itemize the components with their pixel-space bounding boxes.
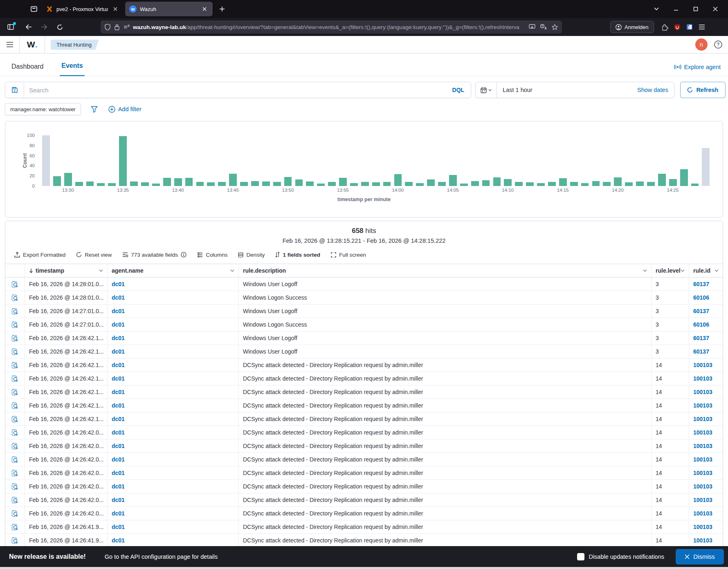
chart-bar[interactable]	[163, 178, 171, 186]
rule-id-link[interactable]: 60137	[689, 278, 723, 291]
chart-bar[interactable]	[548, 182, 556, 186]
agent-link[interactable]: dc01	[108, 385, 239, 399]
row-expand-icon[interactable]	[5, 453, 25, 466]
row-expand-icon[interactable]	[5, 493, 25, 506]
chart-bar[interactable]	[372, 182, 380, 186]
chart-bar[interactable]	[229, 174, 237, 186]
density-button[interactable]: Density	[238, 252, 265, 258]
chart-bar[interactable]	[592, 181, 600, 186]
chart-bar[interactable]	[53, 176, 61, 186]
chart-bar[interactable]	[119, 136, 127, 186]
rule-id-link[interactable]: 60106	[689, 291, 723, 304]
chart-bar[interactable]	[295, 179, 303, 186]
agent-link[interactable]: dc01	[108, 345, 239, 358]
chart-bar[interactable]	[438, 182, 446, 186]
header-timestamp[interactable]: timestamp	[25, 264, 108, 277]
rule-id-link[interactable]: 100103	[689, 466, 723, 479]
chart-bar[interactable]	[130, 181, 138, 186]
agent-link[interactable]: dc01	[108, 466, 239, 479]
agent-link[interactable]: dc01	[108, 332, 239, 345]
tab-close-icon[interactable]	[111, 5, 119, 13]
agent-link[interactable]: dc01	[108, 453, 239, 466]
chevron-down-icon[interactable]	[99, 269, 103, 272]
tab-events[interactable]: Events	[60, 62, 84, 76]
rule-id-link[interactable]: 100103	[689, 480, 723, 493]
chart-bar[interactable]	[108, 183, 116, 186]
chart-bar[interactable]	[196, 182, 204, 186]
chart-bar[interactable]	[493, 177, 501, 186]
row-expand-icon[interactable]	[5, 305, 25, 318]
filter-chip[interactable]: manager.name: watchtower	[5, 103, 81, 115]
refresh-button[interactable]: Refresh	[680, 82, 726, 98]
info-icon[interactable]	[181, 252, 186, 258]
rule-id-link[interactable]: 60137	[689, 332, 723, 345]
sidebar-toggle-icon[interactable]	[4, 20, 17, 34]
chart-bar[interactable]	[97, 183, 105, 186]
chart-bar[interactable]	[614, 177, 622, 186]
chart-bar[interactable]	[680, 169, 688, 186]
chart-bar[interactable]	[306, 181, 314, 186]
chart-bar[interactable]	[42, 135, 50, 186]
chart-bar[interactable]	[141, 182, 149, 186]
header-rule-id[interactable]: rule.id	[689, 264, 723, 277]
add-filter-button[interactable]: Add filter	[108, 106, 142, 113]
chart-bar[interactable]	[328, 182, 336, 186]
chart-bar[interactable]	[86, 181, 94, 186]
chart-bar[interactable]	[262, 181, 270, 186]
agent-link[interactable]: dc01	[108, 426, 239, 439]
chart-bar[interactable]	[581, 183, 589, 186]
chevron-down-icon[interactable]	[681, 269, 685, 272]
columns-button[interactable]: Columns	[197, 252, 227, 258]
new-tab-button[interactable]	[216, 3, 228, 15]
api-config-link[interactable]: Go to the API configuration page for det…	[105, 553, 218, 560]
browser-tab-proxmox[interactable]: pve2 - Proxmox Virtual Environr	[42, 2, 124, 16]
agent-link[interactable]: dc01	[108, 372, 239, 385]
agent-link[interactable]: dc01	[108, 399, 239, 412]
agent-link[interactable]: dc01	[108, 291, 239, 304]
saved-query-icon[interactable]	[5, 82, 24, 98]
agent-link[interactable]: dc01	[108, 305, 239, 318]
rule-id-link[interactable]: 100103	[689, 426, 723, 439]
agent-link[interactable]: dc01	[108, 439, 239, 453]
filter-funnel-icon[interactable]	[91, 106, 98, 113]
chart-bar[interactable]	[570, 182, 578, 186]
agent-link[interactable]: dc01	[108, 480, 239, 493]
password-extension-icon[interactable]	[686, 24, 693, 30]
rule-id-link[interactable]: 100103	[689, 534, 723, 547]
rule-id-link[interactable]: 100103	[689, 453, 723, 466]
bookmark-star-icon[interactable]	[552, 24, 558, 30]
chart-bar[interactable]	[702, 148, 710, 186]
row-expand-icon[interactable]	[5, 278, 25, 291]
tab-close-icon[interactable]	[200, 5, 209, 13]
agent-link[interactable]: dc01	[108, 493, 239, 506]
chart-bar[interactable]	[449, 175, 457, 186]
url-bar[interactable]: wazuh.wayne-lab.uk/app/threat-hunting#/o…	[101, 20, 562, 34]
chart-bar[interactable]	[658, 174, 666, 186]
full-screen-button[interactable]: Full screen	[331, 252, 366, 258]
search-bar[interactable]: Search DQL	[5, 82, 471, 98]
row-expand-icon[interactable]	[5, 332, 25, 345]
row-expand-icon[interactable]	[5, 318, 25, 331]
list-all-tabs-icon[interactable]	[650, 3, 663, 15]
dismiss-button[interactable]: Dismiss	[676, 549, 724, 565]
lock-icon[interactable]	[115, 24, 119, 30]
chart-bar[interactable]	[504, 179, 512, 186]
rule-id-link[interactable]: 100103	[689, 520, 723, 533]
agent-link[interactable]: dc01	[108, 507, 239, 520]
app-menu-icon[interactable]	[0, 36, 20, 54]
chart-bar[interactable]	[537, 183, 545, 186]
show-dates-link[interactable]: Show dates	[637, 87, 668, 93]
row-expand-icon[interactable]	[5, 520, 25, 533]
translate-icon[interactable]	[540, 24, 547, 30]
header-rule-level[interactable]: rule.level	[652, 264, 689, 277]
disable-notifications-checkbox[interactable]	[577, 553, 584, 560]
date-picker[interactable]: Last 1 hour Show dates	[475, 82, 674, 98]
chart-bar[interactable]	[669, 179, 677, 186]
row-expand-icon[interactable]	[5, 480, 25, 493]
permissions-icon[interactable]	[124, 25, 130, 29]
search-input[interactable]: Search	[29, 87, 446, 94]
agent-link[interactable]: dc01	[108, 318, 239, 331]
row-expand-icon[interactable]	[5, 426, 25, 439]
chart-bar[interactable]	[64, 173, 72, 186]
rule-id-link[interactable]: 100103	[689, 412, 723, 426]
